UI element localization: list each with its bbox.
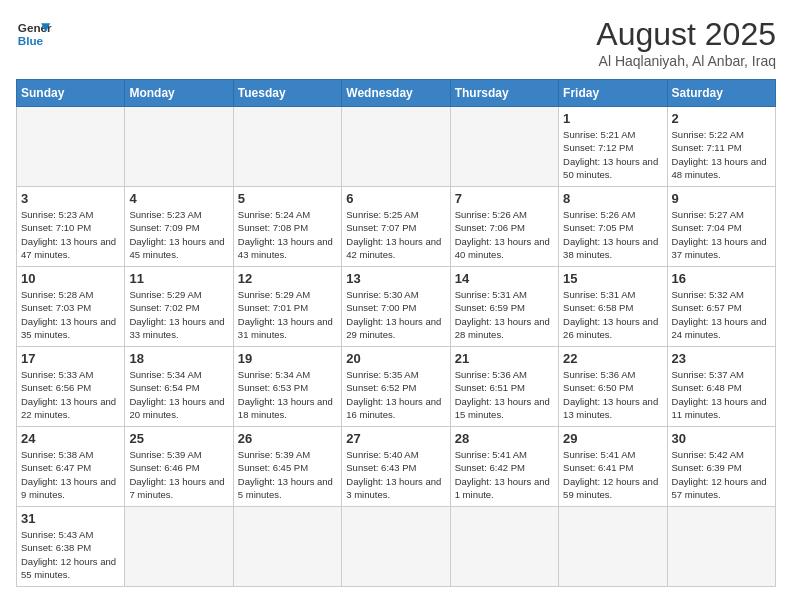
calendar-header-row: SundayMondayTuesdayWednesdayThursdayFrid… xyxy=(17,80,776,107)
calendar-cell: 9Sunrise: 5:27 AM Sunset: 7:04 PM Daylig… xyxy=(667,187,775,267)
calendar-cell: 16Sunrise: 5:32 AM Sunset: 6:57 PM Dayli… xyxy=(667,267,775,347)
calendar-cell: 22Sunrise: 5:36 AM Sunset: 6:50 PM Dayli… xyxy=(559,347,667,427)
day-info: Sunrise: 5:26 AM Sunset: 7:06 PM Dayligh… xyxy=(455,208,554,261)
day-info: Sunrise: 5:21 AM Sunset: 7:12 PM Dayligh… xyxy=(563,128,662,181)
day-info: Sunrise: 5:30 AM Sunset: 7:00 PM Dayligh… xyxy=(346,288,445,341)
calendar-cell: 18Sunrise: 5:34 AM Sunset: 6:54 PM Dayli… xyxy=(125,347,233,427)
day-number: 6 xyxy=(346,191,445,206)
day-header-monday: Monday xyxy=(125,80,233,107)
day-number: 8 xyxy=(563,191,662,206)
day-info: Sunrise: 5:23 AM Sunset: 7:09 PM Dayligh… xyxy=(129,208,228,261)
calendar-body: 1Sunrise: 5:21 AM Sunset: 7:12 PM Daylig… xyxy=(17,107,776,587)
calendar-cell: 19Sunrise: 5:34 AM Sunset: 6:53 PM Dayli… xyxy=(233,347,341,427)
calendar-cell: 11Sunrise: 5:29 AM Sunset: 7:02 PM Dayli… xyxy=(125,267,233,347)
day-header-wednesday: Wednesday xyxy=(342,80,450,107)
day-header-saturday: Saturday xyxy=(667,80,775,107)
day-number: 25 xyxy=(129,431,228,446)
day-number: 17 xyxy=(21,351,120,366)
calendar-week-2: 3Sunrise: 5:23 AM Sunset: 7:10 PM Daylig… xyxy=(17,187,776,267)
calendar-cell xyxy=(125,107,233,187)
calendar-cell: 28Sunrise: 5:41 AM Sunset: 6:42 PM Dayli… xyxy=(450,427,558,507)
title-area: August 2025 Al Haqlaniyah, Al Anbar, Ira… xyxy=(596,16,776,69)
svg-text:Blue: Blue xyxy=(18,34,44,47)
calendar-cell: 6Sunrise: 5:25 AM Sunset: 7:07 PM Daylig… xyxy=(342,187,450,267)
day-number: 2 xyxy=(672,111,771,126)
logo: General Blue xyxy=(16,16,52,52)
calendar-cell: 8Sunrise: 5:26 AM Sunset: 7:05 PM Daylig… xyxy=(559,187,667,267)
day-info: Sunrise: 5:31 AM Sunset: 6:59 PM Dayligh… xyxy=(455,288,554,341)
day-number: 21 xyxy=(455,351,554,366)
day-number: 11 xyxy=(129,271,228,286)
calendar-cell: 30Sunrise: 5:42 AM Sunset: 6:39 PM Dayli… xyxy=(667,427,775,507)
day-number: 28 xyxy=(455,431,554,446)
calendar-cell xyxy=(17,107,125,187)
calendar-cell xyxy=(450,507,558,587)
calendar-week-5: 24Sunrise: 5:38 AM Sunset: 6:47 PM Dayli… xyxy=(17,427,776,507)
day-info: Sunrise: 5:25 AM Sunset: 7:07 PM Dayligh… xyxy=(346,208,445,261)
day-header-tuesday: Tuesday xyxy=(233,80,341,107)
day-info: Sunrise: 5:41 AM Sunset: 6:41 PM Dayligh… xyxy=(563,448,662,501)
day-info: Sunrise: 5:43 AM Sunset: 6:38 PM Dayligh… xyxy=(21,528,120,581)
calendar-cell: 14Sunrise: 5:31 AM Sunset: 6:59 PM Dayli… xyxy=(450,267,558,347)
day-number: 26 xyxy=(238,431,337,446)
day-info: Sunrise: 5:39 AM Sunset: 6:46 PM Dayligh… xyxy=(129,448,228,501)
calendar-cell xyxy=(233,107,341,187)
day-info: Sunrise: 5:23 AM Sunset: 7:10 PM Dayligh… xyxy=(21,208,120,261)
day-info: Sunrise: 5:32 AM Sunset: 6:57 PM Dayligh… xyxy=(672,288,771,341)
day-number: 13 xyxy=(346,271,445,286)
day-info: Sunrise: 5:42 AM Sunset: 6:39 PM Dayligh… xyxy=(672,448,771,501)
calendar-cell: 25Sunrise: 5:39 AM Sunset: 6:46 PM Dayli… xyxy=(125,427,233,507)
day-info: Sunrise: 5:29 AM Sunset: 7:02 PM Dayligh… xyxy=(129,288,228,341)
calendar-week-3: 10Sunrise: 5:28 AM Sunset: 7:03 PM Dayli… xyxy=(17,267,776,347)
day-info: Sunrise: 5:38 AM Sunset: 6:47 PM Dayligh… xyxy=(21,448,120,501)
day-header-sunday: Sunday xyxy=(17,80,125,107)
page-header: General Blue August 2025 Al Haqlaniyah, … xyxy=(16,16,776,69)
day-number: 15 xyxy=(563,271,662,286)
calendar-cell: 12Sunrise: 5:29 AM Sunset: 7:01 PM Dayli… xyxy=(233,267,341,347)
day-info: Sunrise: 5:36 AM Sunset: 6:50 PM Dayligh… xyxy=(563,368,662,421)
calendar-cell: 2Sunrise: 5:22 AM Sunset: 7:11 PM Daylig… xyxy=(667,107,775,187)
day-header-friday: Friday xyxy=(559,80,667,107)
day-number: 7 xyxy=(455,191,554,206)
day-info: Sunrise: 5:39 AM Sunset: 6:45 PM Dayligh… xyxy=(238,448,337,501)
day-info: Sunrise: 5:24 AM Sunset: 7:08 PM Dayligh… xyxy=(238,208,337,261)
calendar-cell: 4Sunrise: 5:23 AM Sunset: 7:09 PM Daylig… xyxy=(125,187,233,267)
calendar-cell: 24Sunrise: 5:38 AM Sunset: 6:47 PM Dayli… xyxy=(17,427,125,507)
day-number: 9 xyxy=(672,191,771,206)
day-number: 12 xyxy=(238,271,337,286)
day-info: Sunrise: 5:40 AM Sunset: 6:43 PM Dayligh… xyxy=(346,448,445,501)
logo-icon: General Blue xyxy=(16,16,52,52)
calendar-cell: 3Sunrise: 5:23 AM Sunset: 7:10 PM Daylig… xyxy=(17,187,125,267)
calendar-cell: 5Sunrise: 5:24 AM Sunset: 7:08 PM Daylig… xyxy=(233,187,341,267)
calendar-cell xyxy=(342,507,450,587)
calendar-cell: 7Sunrise: 5:26 AM Sunset: 7:06 PM Daylig… xyxy=(450,187,558,267)
day-info: Sunrise: 5:26 AM Sunset: 7:05 PM Dayligh… xyxy=(563,208,662,261)
day-info: Sunrise: 5:33 AM Sunset: 6:56 PM Dayligh… xyxy=(21,368,120,421)
day-info: Sunrise: 5:22 AM Sunset: 7:11 PM Dayligh… xyxy=(672,128,771,181)
day-number: 4 xyxy=(129,191,228,206)
calendar-cell xyxy=(233,507,341,587)
calendar-cell: 17Sunrise: 5:33 AM Sunset: 6:56 PM Dayli… xyxy=(17,347,125,427)
calendar-cell: 21Sunrise: 5:36 AM Sunset: 6:51 PM Dayli… xyxy=(450,347,558,427)
day-info: Sunrise: 5:31 AM Sunset: 6:58 PM Dayligh… xyxy=(563,288,662,341)
day-number: 22 xyxy=(563,351,662,366)
day-number: 27 xyxy=(346,431,445,446)
calendar-week-1: 1Sunrise: 5:21 AM Sunset: 7:12 PM Daylig… xyxy=(17,107,776,187)
day-number: 24 xyxy=(21,431,120,446)
calendar-cell xyxy=(667,507,775,587)
day-number: 3 xyxy=(21,191,120,206)
day-number: 18 xyxy=(129,351,228,366)
day-number: 31 xyxy=(21,511,120,526)
day-info: Sunrise: 5:34 AM Sunset: 6:53 PM Dayligh… xyxy=(238,368,337,421)
calendar-cell xyxy=(559,507,667,587)
calendar-cell: 20Sunrise: 5:35 AM Sunset: 6:52 PM Dayli… xyxy=(342,347,450,427)
calendar-cell xyxy=(125,507,233,587)
calendar-week-4: 17Sunrise: 5:33 AM Sunset: 6:56 PM Dayli… xyxy=(17,347,776,427)
month-title: August 2025 xyxy=(596,16,776,53)
day-info: Sunrise: 5:29 AM Sunset: 7:01 PM Dayligh… xyxy=(238,288,337,341)
day-info: Sunrise: 5:35 AM Sunset: 6:52 PM Dayligh… xyxy=(346,368,445,421)
day-info: Sunrise: 5:41 AM Sunset: 6:42 PM Dayligh… xyxy=(455,448,554,501)
calendar-cell: 13Sunrise: 5:30 AM Sunset: 7:00 PM Dayli… xyxy=(342,267,450,347)
day-info: Sunrise: 5:37 AM Sunset: 6:48 PM Dayligh… xyxy=(672,368,771,421)
calendar-cell: 26Sunrise: 5:39 AM Sunset: 6:45 PM Dayli… xyxy=(233,427,341,507)
